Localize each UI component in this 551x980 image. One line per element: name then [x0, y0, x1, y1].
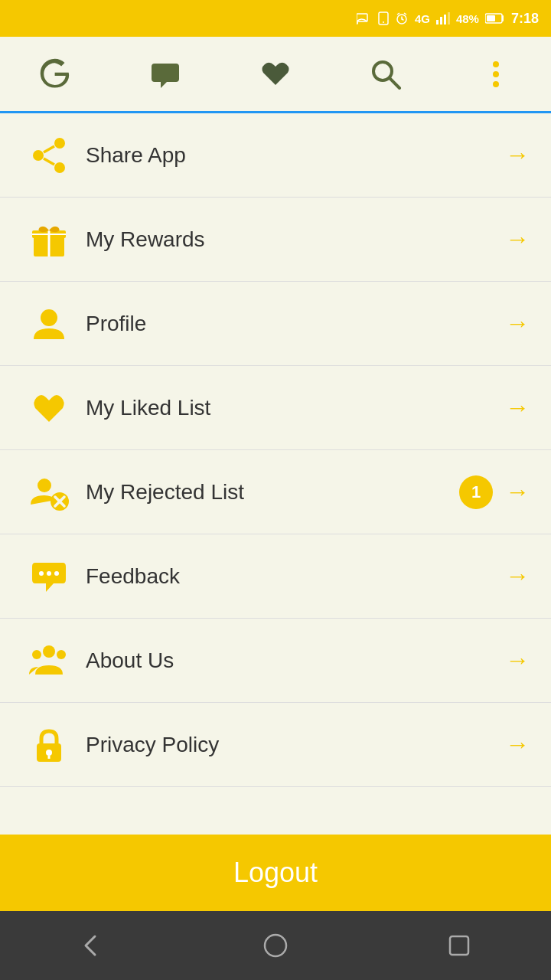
svg-rect-8 — [448, 12, 450, 24]
privacy-arrow: → — [505, 730, 530, 759]
svg-point-36 — [265, 935, 286, 956]
menu-item-rejected[interactable]: My Rejected List 1 → — [0, 450, 551, 534]
svg-point-30 — [43, 645, 55, 658]
svg-point-31 — [32, 650, 41, 659]
svg-point-14 — [33, 150, 44, 161]
chat-icon[interactable] — [142, 51, 188, 97]
svg-point-28 — [47, 571, 51, 576]
profile-icon — [21, 304, 77, 344]
menu-item-profile[interactable]: Profile → — [0, 282, 551, 366]
rejected-badge: 1 — [459, 475, 493, 509]
logo-icon[interactable] — [32, 51, 78, 97]
svg-line-17 — [44, 158, 54, 165]
group-icon — [21, 641, 77, 681]
menu-item-rewards[interactable]: My Rewards → — [0, 198, 551, 282]
recent-button[interactable] — [429, 923, 490, 969]
rejected-icon — [21, 472, 77, 512]
share-icon — [21, 136, 77, 175]
profile-arrow: → — [505, 309, 530, 338]
svg-point-29 — [54, 571, 59, 576]
share-app-label: Share App — [86, 143, 505, 168]
heart-nav-icon[interactable] — [253, 51, 298, 97]
svg-line-12 — [390, 78, 399, 88]
lock-icon — [21, 725, 77, 765]
menu-item-about[interactable]: About Us → — [0, 619, 551, 703]
bottom-nav — [0, 911, 551, 980]
logout-label: Logout — [233, 857, 318, 889]
time-label: 7:18 — [511, 11, 539, 27]
rejected-label: My Rejected List — [86, 480, 459, 505]
svg-rect-6 — [440, 17, 442, 24]
svg-point-32 — [57, 650, 66, 659]
menu-list: Share App → My Rewards → Profile → — [0, 113, 551, 835]
more-icon[interactable] — [473, 51, 519, 97]
liked-label: My Liked List — [86, 396, 505, 420]
logout-button[interactable]: Logout — [0, 835, 551, 911]
about-label: About Us — [86, 648, 505, 673]
svg-point-23 — [37, 479, 51, 492]
battery-label: 48% — [456, 12, 479, 25]
menu-item-share-app[interactable]: Share App → — [0, 113, 551, 198]
svg-rect-10 — [487, 15, 495, 21]
status-bar: 4G 48% 7:18 — [0, 0, 551, 37]
nav-bar — [0, 37, 551, 113]
about-arrow: → — [505, 646, 530, 675]
profile-label: Profile — [86, 312, 505, 336]
menu-item-feedback[interactable]: Feedback → — [0, 534, 551, 619]
svg-line-16 — [44, 146, 54, 152]
status-icons: 4G 48% 7:18 — [357, 11, 539, 27]
rewards-label: My Rewards — [86, 227, 505, 252]
search-icon[interactable] — [363, 51, 409, 97]
privacy-label: Privacy Policy — [86, 733, 505, 757]
svg-rect-7 — [444, 15, 446, 24]
menu-item-privacy[interactable]: Privacy Policy → — [0, 703, 551, 787]
feedback-icon — [21, 557, 77, 596]
rewards-arrow: → — [505, 225, 530, 253]
svg-point-27 — [39, 571, 44, 576]
svg-rect-5 — [436, 20, 439, 24]
gift-icon — [21, 220, 77, 260]
svg-point-22 — [41, 309, 57, 326]
feedback-label: Feedback — [86, 564, 505, 589]
svg-point-15 — [54, 162, 65, 173]
menu-item-liked[interactable]: My Liked List → — [0, 366, 551, 450]
rejected-arrow: → — [505, 478, 530, 506]
svg-point-34 — [46, 750, 52, 756]
share-app-arrow: → — [505, 141, 530, 169]
svg-point-13 — [54, 138, 65, 149]
svg-rect-37 — [450, 936, 468, 955]
back-button[interactable] — [61, 923, 122, 969]
svg-point-3 — [383, 21, 384, 23]
liked-arrow: → — [505, 394, 530, 422]
liked-heart-icon — [21, 388, 77, 428]
network-label: 4G — [415, 12, 430, 25]
feedback-arrow: → — [505, 562, 530, 590]
home-button[interactable] — [245, 923, 306, 969]
